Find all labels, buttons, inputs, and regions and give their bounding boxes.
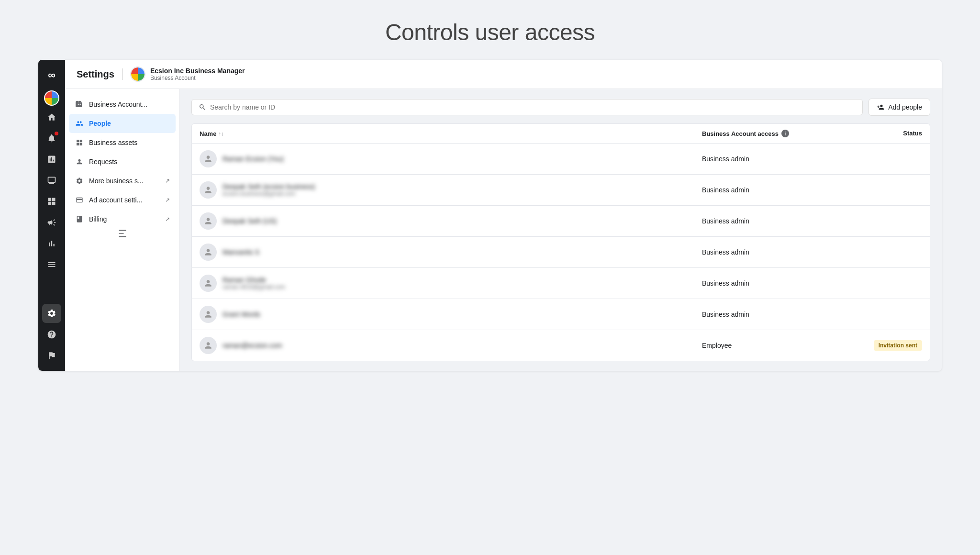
avatar (200, 150, 217, 167)
menu-label-ad-account: Ad account setti... (89, 196, 142, 204)
person-info: Deepak Seth (ecsion business) ecsion.bus… (223, 183, 315, 197)
menu-label-requests: Requests (89, 158, 117, 166)
add-people-button[interactable]: Add people (869, 99, 930, 116)
billing-icon (75, 214, 84, 224)
access-cell: Business admin (702, 155, 836, 163)
help-icon[interactable] (42, 325, 61, 344)
table-row[interactable]: Grant Words Business admin (192, 299, 930, 330)
menu-label-business-assets: Business assets (89, 139, 137, 146)
table-row[interactable]: Raman Ghode raman.4619@gmail.com Busines… (192, 268, 930, 299)
person-info: Raman Ghode raman.4619@gmail.com (223, 276, 285, 290)
monitor-icon[interactable] (42, 171, 61, 190)
menu-item-requests[interactable]: Requests (69, 152, 176, 171)
layout-icon (75, 138, 84, 147)
col-status-header: Status (836, 130, 922, 137)
person-cell: raman@ecsion.com (200, 337, 702, 354)
person-info: Raman Ecsion (You) (223, 155, 284, 163)
header-divider (122, 68, 122, 80)
person-cell: Deepak Seth (US) (200, 212, 702, 230)
person-name: Manvantis S (223, 248, 259, 256)
search-box[interactable] (191, 99, 863, 115)
avatar (200, 181, 217, 199)
sort-icon[interactable]: ↑↓ (218, 131, 223, 136)
flag-icon[interactable] (42, 346, 61, 365)
toggle-sidebar-button[interactable] (73, 229, 172, 238)
notifications-icon[interactable] (42, 129, 61, 148)
person-name: Grant Words (223, 311, 260, 318)
table-row[interactable]: raman@ecsion.com Employee Invitation sen… (192, 330, 930, 361)
settings-title: Settings (77, 69, 114, 80)
account-type: Business Account (150, 75, 245, 81)
person-email: raman.4619@gmail.com (223, 284, 285, 290)
main-content: Add people Name ↑↓ Business Account acce… (180, 89, 942, 371)
bar-chart-icon[interactable] (42, 234, 61, 253)
person-cell: Manvantis S (200, 244, 702, 261)
person-name: Deepak Seth (US) (223, 217, 277, 225)
ad-account-icon (75, 195, 84, 205)
person-cell: Deepak Seth (ecsion business) ecsion.bus… (200, 181, 702, 199)
home-icon[interactable] (42, 108, 61, 127)
col-access-header: Business Account access i (702, 130, 836, 137)
content-area: Business Account... People Business asse… (65, 89, 942, 371)
access-cell: Business admin (702, 186, 836, 194)
avatar (200, 306, 217, 323)
menu-item-ad-account[interactable]: Ad account setti... ↗ (69, 190, 176, 210)
menu-item-business-account[interactable]: Business Account... (69, 95, 176, 114)
menu-label-more-business: More business s... (89, 177, 144, 185)
menu-item-people[interactable]: People (69, 114, 176, 133)
name-col-label: Name (200, 130, 216, 137)
megaphone-icon[interactable] (42, 213, 61, 232)
table-row[interactable]: Deepak Seth (ecsion business) ecsion.bus… (192, 175, 930, 206)
person-cell: Grant Words (200, 306, 702, 323)
avatar (200, 244, 217, 261)
menu-label-people: People (89, 120, 111, 127)
person-name: Raman Ghode (223, 276, 285, 284)
table-row[interactable]: Manvantis S Business admin (192, 237, 930, 268)
person-cell: Raman Ghode raman.4619@gmail.com (200, 275, 702, 292)
status-cell: Invitation sent (836, 340, 922, 351)
access-cell: Business admin (702, 311, 836, 318)
more-business-icon (75, 176, 84, 186)
access-cell: Employee (702, 342, 836, 349)
table-row[interactable]: Raman Ecsion (You) Business admin (192, 144, 930, 175)
search-input[interactable] (210, 103, 856, 111)
person-email: ecsion.business@gmail.com (223, 190, 315, 197)
menu-item-business-assets[interactable]: Business assets (69, 133, 176, 152)
sidebar-nav: ∞ (38, 60, 65, 371)
avatar (200, 212, 217, 230)
people-icon (75, 119, 84, 128)
main-panel: Settings Ecsion Inc Business Manager Bus… (65, 60, 942, 371)
access-cell: Business admin (702, 279, 836, 287)
people-table: Name ↑↓ Business Account access i Status (191, 123, 930, 361)
status-col-label: Status (903, 130, 922, 137)
info-icon[interactable]: i (781, 130, 789, 137)
person-cell: Raman Ecsion (You) (200, 150, 702, 167)
settings-icon[interactable] (42, 304, 61, 323)
person-name: raman@ecsion.com (223, 342, 282, 349)
invitation-sent-badge: Invitation sent (874, 340, 922, 351)
panel-header: Settings Ecsion Inc Business Manager Bus… (65, 60, 942, 89)
person-info: Deepak Seth (US) (223, 217, 277, 225)
menu-item-billing[interactable]: Billing ↗ (69, 210, 176, 229)
analytics-icon[interactable] (42, 150, 61, 169)
account-icon (130, 67, 145, 82)
access-cell: Business admin (702, 217, 836, 225)
person-info: Manvantis S (223, 248, 259, 256)
meta-logo-icon[interactable]: ∞ (42, 66, 61, 85)
menu-label-business-account: Business Account... (89, 100, 147, 108)
app-container: ∞ (38, 60, 942, 371)
table-row[interactable]: Deepak Seth (US) Business admin (192, 206, 930, 237)
person-name: Deepak Seth (ecsion business) (223, 183, 315, 190)
table-header: Name ↑↓ Business Account access i Status (192, 124, 930, 144)
search-icon (199, 103, 206, 111)
account-name: Ecsion Inc Business Manager (150, 67, 245, 75)
external-link-icon: ↗ (165, 178, 170, 184)
menu-icon[interactable] (42, 255, 61, 274)
grid-icon[interactable] (42, 192, 61, 211)
menu-item-more-business[interactable]: More business s... ↗ (69, 171, 176, 190)
header-account: Ecsion Inc Business Manager Business Acc… (130, 67, 245, 82)
person-info: Grant Words (223, 311, 260, 318)
page-heading: Controls user access (0, 0, 980, 60)
add-people-label: Add people (888, 103, 922, 111)
google-icon[interactable] (44, 90, 59, 106)
